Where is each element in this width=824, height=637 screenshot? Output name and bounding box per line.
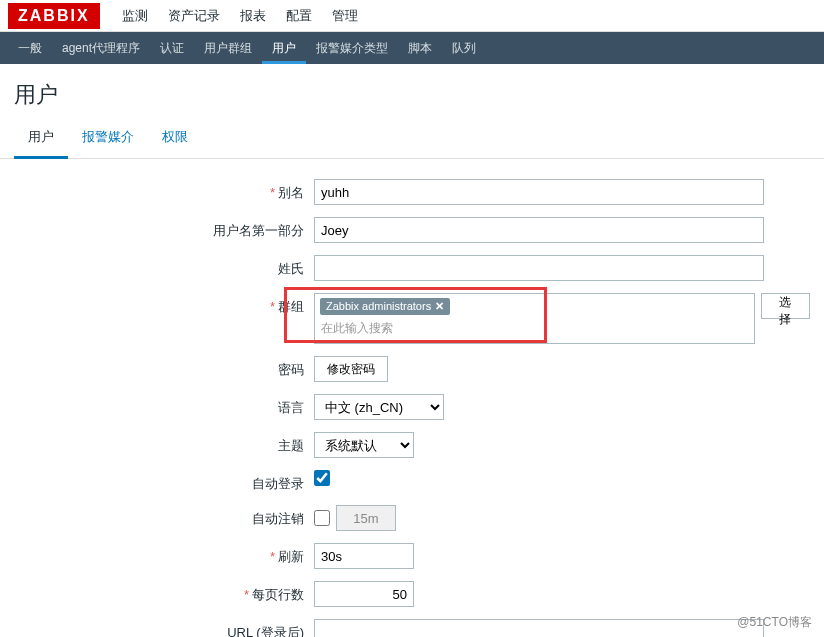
theme-select[interactable]: 系统默认 [314,432,414,458]
alias-input[interactable] [314,179,764,205]
page-title: 用户 [0,64,824,118]
top-menu-reports[interactable]: 报表 [230,0,276,33]
theme-label: 主题 [14,432,314,455]
rows-label: *每页行数 [14,581,314,604]
logo[interactable]: ZABBIX [8,3,100,29]
name-first-label: 用户名第一部分 [14,217,314,240]
language-select[interactable]: 中文 (zh_CN) [314,394,444,420]
sub-menu-proxies[interactable]: agent代理程序 [52,32,150,64]
sub-menu-queue[interactable]: 队列 [442,32,486,64]
sub-menu-scripts[interactable]: 脚本 [398,32,442,64]
sub-menu-general[interactable]: 一般 [8,32,52,64]
top-menu-configuration[interactable]: 配置 [276,0,322,33]
top-menu-administration[interactable]: 管理 [322,0,368,33]
sub-menu-users[interactable]: 用户 [262,32,306,64]
user-form: *别名 用户名第一部分 姓氏 *群组 Zabbix administrators… [0,159,824,637]
tab-user[interactable]: 用户 [14,118,68,159]
groups-placeholder: 在此输入搜索 [320,318,749,339]
url-input[interactable] [314,619,764,637]
alias-label: *别名 [14,179,314,202]
surname-label: 姓氏 [14,255,314,278]
top-menu-monitoring[interactable]: 监测 [112,0,158,33]
rows-input[interactable] [314,581,414,607]
change-password-button[interactable]: 修改密码 [314,356,388,382]
select-groups-button[interactable]: 选择 [761,293,810,319]
password-label: 密码 [14,356,314,379]
groups-label: *群组 [14,293,314,316]
watermark: @51CTO博客 [737,614,812,631]
url-label: URL (登录后) [14,619,314,637]
autologout-label: 自动注销 [14,505,314,528]
name-first-input[interactable] [314,217,764,243]
form-tabs: 用户 报警媒介 权限 [0,118,824,159]
sub-menu-user-groups[interactable]: 用户群组 [194,32,262,64]
tab-permissions[interactable]: 权限 [148,118,202,158]
groups-multiselect[interactable]: Zabbix administrators✕ 在此输入搜索 [314,293,755,344]
tab-media[interactable]: 报警媒介 [68,118,148,158]
group-tag[interactable]: Zabbix administrators✕ [320,298,450,315]
sub-menu: 一般 agent代理程序 认证 用户群组 用户 报警媒介类型 脚本 队列 [0,32,824,64]
sub-menu-media-types[interactable]: 报警媒介类型 [306,32,398,64]
remove-tag-icon[interactable]: ✕ [435,300,444,312]
sub-menu-auth[interactable]: 认证 [150,32,194,64]
top-menu-inventory[interactable]: 资产记录 [158,0,230,33]
autologout-input [336,505,396,531]
refresh-label: *刷新 [14,543,314,566]
refresh-input[interactable] [314,543,414,569]
surname-input[interactable] [314,255,764,281]
language-label: 语言 [14,394,314,417]
top-menu: ZABBIX 监测 资产记录 报表 配置 管理 [0,0,824,32]
autologin-checkbox[interactable] [314,470,330,486]
autologin-label: 自动登录 [14,470,314,493]
autologout-checkbox[interactable] [314,510,330,526]
